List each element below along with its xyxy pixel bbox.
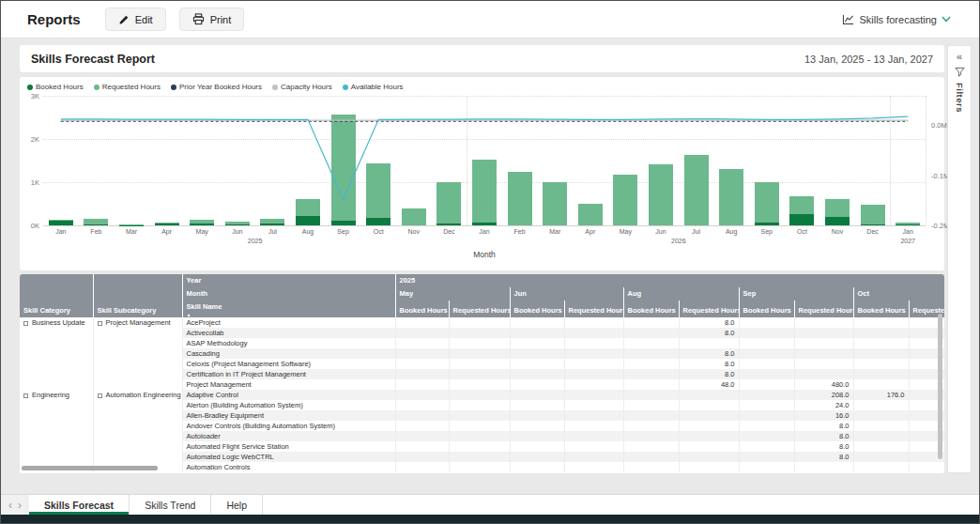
- skill-name-cell[interactable]: Alerton (Building Automation System): [182, 400, 395, 410]
- requested-hours-segment[interactable]: [49, 220, 73, 221]
- expand-toggle-icon[interactable]: [98, 393, 102, 398]
- booked-hours-segment[interactable]: [755, 223, 779, 225]
- booked-hours-segment[interactable]: [190, 223, 214, 225]
- edit-button[interactable]: Edit: [105, 8, 166, 31]
- booked-hours-segment[interactable]: [49, 221, 73, 225]
- header-booked-hours[interactable]: Booked Hours: [853, 301, 909, 317]
- skill-name-cell[interactable]: Activecollab: [182, 328, 395, 338]
- legend-item-capacity-hours[interactable]: Capacity Hours: [272, 83, 332, 91]
- requested-hours-segment[interactable]: [296, 199, 320, 216]
- requested-hours-segment[interactable]: [472, 160, 497, 223]
- tab-prev-icon[interactable]: ‹: [8, 499, 12, 512]
- header-month-group[interactable]: Jun: [510, 287, 623, 301]
- header-skill-name[interactable]: Skill Name▲: [182, 301, 395, 317]
- hours-value-cell: [679, 421, 739, 431]
- header-month-group[interactable]: May: [395, 287, 510, 301]
- header-booked-hours[interactable]: Booked Hours: [623, 301, 679, 317]
- booked-hours-segment[interactable]: [296, 216, 320, 225]
- tab-skills-trend[interactable]: Skills Trend: [130, 495, 211, 515]
- requested-hours-segment[interactable]: [789, 196, 814, 214]
- requested-hours-segment[interactable]: [331, 115, 356, 221]
- booked-hours-segment[interactable]: [84, 224, 108, 225]
- requested-hours-segment[interactable]: [543, 182, 567, 225]
- tab-skills-forecast[interactable]: Skills Forecast: [29, 495, 130, 515]
- skill-name-cell[interactable]: Certification in IT Project Management: [182, 369, 395, 379]
- tab-help[interactable]: Help: [211, 495, 263, 515]
- hours-value-cell: 8.0: [794, 421, 853, 431]
- report-selector[interactable]: Skills forecasting: [842, 14, 951, 25]
- requested-hours-segment[interactable]: [225, 222, 250, 224]
- requested-hours-segment[interactable]: [578, 204, 603, 225]
- requested-hours-segment[interactable]: [755, 182, 779, 223]
- requested-hours-segment[interactable]: [436, 182, 461, 224]
- tab-next-icon[interactable]: ›: [18, 499, 22, 512]
- booked-hours-segment[interactable]: [260, 223, 284, 225]
- skill-name-cell[interactable]: Automation Controls: [182, 462, 395, 472]
- skill-name-cell[interactable]: Cascading: [182, 348, 395, 359]
- print-button[interactable]: Print: [179, 8, 245, 31]
- booked-hours-segment[interactable]: [331, 221, 356, 225]
- requested-hours-segment[interactable]: [649, 164, 673, 225]
- requested-hours-segment[interactable]: [190, 220, 214, 223]
- expand-toggle-icon[interactable]: [23, 321, 28, 326]
- requested-hours-segment[interactable]: [684, 155, 709, 225]
- skill-name-cell[interactable]: AceProject: [182, 317, 395, 328]
- requested-hours-segment[interactable]: [155, 223, 179, 223]
- booked-hours-segment[interactable]: [825, 217, 850, 225]
- requested-hours-segment[interactable]: [402, 208, 426, 225]
- hours-value-cell: [395, 317, 449, 328]
- expand-filters-icon[interactable]: «: [957, 52, 962, 61]
- booked-hours-segment[interactable]: [861, 224, 885, 225]
- legend-item-available-hours[interactable]: Available Hours: [343, 83, 404, 91]
- header-booked-hours[interactable]: Booked Hours: [395, 301, 449, 317]
- printer-icon: [192, 13, 205, 25]
- skill-name-cell[interactable]: Celoxis (Project Management Software): [182, 359, 395, 369]
- booked-hours-segment[interactable]: [155, 223, 179, 225]
- booked-hours-segment[interactable]: [436, 223, 461, 225]
- requested-hours-segment[interactable]: [825, 199, 850, 216]
- requested-hours-segment[interactable]: [260, 219, 284, 223]
- header-month-group[interactable]: Oct: [853, 287, 944, 301]
- booked-hours-segment[interactable]: [366, 218, 390, 225]
- requested-hours-segment[interactable]: [719, 169, 743, 225]
- header-month-group[interactable]: Sep: [739, 287, 853, 301]
- skill-name-cell[interactable]: Andover Controls (Building Automation Sy…: [182, 421, 395, 431]
- header-booked-hours[interactable]: Booked Hours: [510, 301, 564, 317]
- requested-hours-segment[interactable]: [613, 175, 637, 225]
- hours-value-cell: [739, 452, 794, 462]
- skill-name-cell[interactable]: Project Management: [182, 379, 395, 390]
- requested-hours-segment[interactable]: [508, 172, 532, 225]
- skill-name-cell[interactable]: Adaptive Control: [182, 390, 395, 400]
- header-requested-hours[interactable]: Requested Hours: [794, 301, 853, 317]
- booked-hours-segment[interactable]: [896, 224, 920, 225]
- date-range[interactable]: 13 Jan, 2025 - 13 Jan, 2027: [804, 54, 933, 65]
- skill-name-cell[interactable]: Autoloader: [182, 431, 395, 441]
- legend-item-prior-year-booked-hours[interactable]: Prior Year Booked Hours: [171, 83, 262, 91]
- requested-hours-segment[interactable]: [84, 219, 108, 224]
- header-requested-hours[interactable]: Requested Hours: [679, 301, 739, 317]
- header-requested-hours[interactable]: Requested Hours: [564, 301, 623, 317]
- header-skill-subcategory[interactable]: Skill Subcategory: [93, 301, 182, 317]
- requested-hours-segment[interactable]: [896, 223, 920, 224]
- legend-item-booked-hours[interactable]: Booked Hours: [27, 83, 84, 91]
- booked-hours-segment[interactable]: [225, 224, 250, 225]
- header-requested-hours[interactable]: Requested Hours: [449, 301, 510, 317]
- requested-hours-segment[interactable]: [861, 205, 885, 224]
- table-horizontal-scrollbar[interactable]: [22, 466, 158, 470]
- header-booked-hours[interactable]: Booked Hours: [739, 301, 794, 317]
- header-skill-category[interactable]: Skill Category: [20, 301, 93, 317]
- expand-toggle-icon[interactable]: [23, 393, 28, 398]
- requested-hours-segment[interactable]: [366, 163, 390, 218]
- booked-hours-segment[interactable]: [789, 214, 814, 225]
- booked-hours-segment[interactable]: [472, 223, 497, 225]
- year-separator: [467, 96, 467, 225]
- skill-name-cell[interactable]: Automated Flight Service Station: [182, 441, 395, 452]
- legend-item-requested-hours[interactable]: Requested Hours: [94, 83, 161, 91]
- filters-panel[interactable]: « Filters: [947, 45, 972, 473]
- expand-toggle-icon[interactable]: [98, 321, 102, 326]
- skill-name-cell[interactable]: Allen-Bradley Equipment: [182, 410, 395, 421]
- table-vertical-scrollbar[interactable]: [938, 314, 942, 459]
- skill-name-cell[interactable]: ASAP Methodology: [182, 338, 395, 348]
- skill-name-cell[interactable]: Automated Logic WebCTRL: [182, 452, 395, 462]
- header-month-group[interactable]: Aug: [623, 287, 739, 301]
